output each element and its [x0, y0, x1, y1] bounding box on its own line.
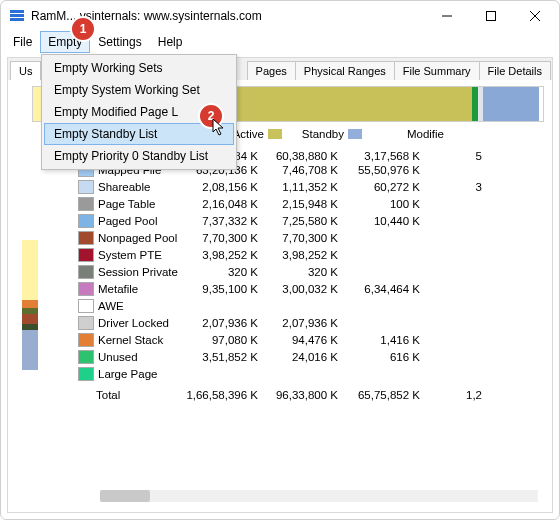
menu-empty-priority0-standby-list[interactable]: Empty Priority 0 Standby List [44, 145, 234, 167]
row-swatch-icon [78, 214, 94, 228]
row-standby: 60,272 K [338, 181, 420, 193]
row-label: Shareable [98, 181, 150, 193]
row-label: System PTE [98, 249, 162, 261]
row-swatch-icon [78, 299, 94, 313]
row-total: 97,080 K [178, 334, 258, 346]
row-swatch-icon [78, 265, 94, 279]
row-label: Unused [98, 351, 138, 363]
row-standby: 65,75,852 K [338, 389, 420, 401]
tab-file-summary[interactable]: File Summary [394, 61, 480, 80]
row-active: 3,00,032 K [258, 283, 338, 295]
row-swatch-icon [78, 316, 94, 330]
table-row: Page Table2,16,048 K2,15,948 K100 K [78, 195, 544, 212]
row-active: 2,07,936 K [258, 317, 338, 329]
row-active: 1,11,352 K [258, 181, 338, 193]
menu-empty-system-working-set[interactable]: Empty System Working Set [44, 79, 234, 101]
table-row: AWE [78, 297, 544, 314]
swatch-active-icon [268, 129, 282, 139]
table-row: Large Page [78, 365, 544, 382]
row-label: Kernel Stack [98, 334, 163, 346]
row-active: 24,016 K [258, 351, 338, 363]
svg-rect-1 [10, 14, 24, 17]
legend-segment [22, 314, 38, 324]
table-row: Session Private320 K320 K [78, 263, 544, 280]
table-row: Paged Pool7,37,332 K7,25,580 K10,440 K [78, 212, 544, 229]
table-row-total: Total1,66,58,396 K96,33,800 K65,75,852 K… [78, 386, 544, 403]
chart-segment [472, 87, 479, 121]
tab-use-counts[interactable]: Us [10, 61, 41, 80]
row-active: 7,70,300 K [258, 232, 338, 244]
row-label: Page Table [98, 198, 155, 210]
legend-segment [22, 330, 38, 370]
row-swatch-icon [78, 231, 94, 245]
callout-badge-1: 1 [70, 16, 96, 42]
row-active: 3,98,252 K [258, 249, 338, 261]
menu-help[interactable]: Help [150, 31, 191, 53]
app-icon [9, 8, 25, 24]
row-active: 7,46,708 K [258, 164, 338, 176]
swatch-standby-icon [348, 129, 362, 139]
header-standby: Standby [302, 128, 344, 140]
row-standby: 1,416 K [338, 334, 420, 346]
header-active: Active [233, 128, 264, 140]
row-label: AWE [98, 300, 124, 312]
menu-settings[interactable]: Settings [90, 31, 149, 53]
table-row: System PTE3,98,252 K3,98,252 K [78, 246, 544, 263]
tab-file-details[interactable]: File Details [479, 61, 551, 80]
row-total: 9,35,100 K [178, 283, 258, 295]
row-active: 320 K [258, 266, 338, 278]
row-standby: 10,440 K [338, 215, 420, 227]
row-label: Large Page [98, 368, 157, 380]
tab-physical-ranges[interactable]: Physical Ranges [295, 61, 395, 80]
row-total: 2,16,048 K [178, 198, 258, 210]
menu-empty-working-sets[interactable]: Empty Working Sets [44, 57, 234, 79]
row-swatch-icon [78, 248, 94, 262]
svg-rect-2 [10, 18, 24, 21]
legend-segment [22, 300, 38, 308]
scrollbar-thumb[interactable] [100, 490, 150, 502]
row-total: 2,07,936 K [178, 317, 258, 329]
maximize-button[interactable] [469, 1, 513, 31]
svg-rect-4 [487, 12, 496, 21]
row-label: Driver Locked [98, 317, 169, 329]
row-total: 7,37,332 K [178, 215, 258, 227]
row-active: 7,25,580 K [258, 215, 338, 227]
table-row: Nonpaged Pool7,70,300 K7,70,300 K [78, 229, 544, 246]
row-swatch-icon [78, 197, 94, 211]
legend-segment [22, 240, 38, 300]
row-total: 1,66,58,396 K [178, 389, 258, 401]
row-standby: 6,34,464 K [338, 283, 420, 295]
row-active: 60,38,880 K [258, 150, 338, 162]
row-modified: 3 [420, 181, 482, 193]
row-modified: 5 [420, 150, 482, 162]
row-swatch-icon [78, 367, 94, 381]
row-label: Metafile [98, 283, 138, 295]
row-total: 7,70,300 K [178, 232, 258, 244]
row-swatch-icon [78, 333, 94, 347]
memory-table: Process Private64,15,884 K60,38,880 K3,1… [78, 144, 544, 403]
table-row: Driver Locked2,07,936 K2,07,936 K [78, 314, 544, 331]
row-standby: 55,50,976 K [338, 164, 420, 176]
left-color-strip [22, 240, 38, 370]
row-swatch-icon [78, 350, 94, 364]
menu-file[interactable]: File [5, 31, 40, 53]
minimize-button[interactable] [425, 1, 469, 31]
svg-rect-0 [10, 10, 24, 13]
row-label: Total [96, 389, 120, 401]
row-standby: 100 K [338, 198, 420, 210]
row-label: Paged Pool [98, 215, 157, 227]
close-button[interactable] [513, 1, 557, 31]
tab-pages[interactable]: Pages [247, 61, 296, 80]
row-active: 2,15,948 K [258, 198, 338, 210]
row-total: 320 K [178, 266, 258, 278]
table-row: Shareable2,08,156 K1,11,352 K60,272 K3 [78, 178, 544, 195]
row-modified: 1,2 [420, 389, 482, 401]
row-active: 96,33,800 K [258, 389, 338, 401]
table-row: Metafile9,35,100 K3,00,032 K6,34,464 K [78, 280, 544, 297]
row-swatch-icon [78, 180, 94, 194]
row-total: 3,98,252 K [178, 249, 258, 261]
row-standby: 616 K [338, 351, 420, 363]
row-active: 94,476 K [258, 334, 338, 346]
horizontal-scrollbar[interactable] [100, 490, 538, 502]
row-label: Session Private [98, 266, 178, 278]
